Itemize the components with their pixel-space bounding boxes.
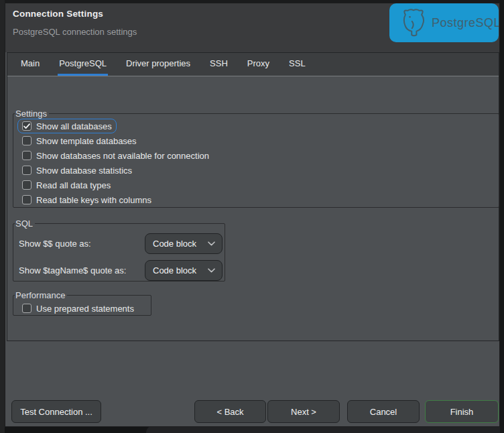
tagname-quote-select[interactable]: Code block [145,260,223,281]
checkbox-label: Show template databases [36,136,137,146]
tagname-quote-value: Code block [153,265,196,275]
tab-bar: Main PostgreSQL Driver properties SSH Pr… [7,53,499,76]
connection-settings-dialog: Connection Settings PostgreSQL connectio… [5,3,500,427]
background-edge-left [0,0,5,433]
sql-group-label: SQL [15,219,35,229]
performance-group: Performance Use prepared statements [13,290,151,316]
tab-content: Settings Show all databases Show templat… [7,77,499,341]
sql-row-dollar-quote: Show $$ quote as: Code block [19,233,225,254]
cancel-button[interactable]: Cancel [347,400,420,423]
dialog-subtitle: PostgreSQL connection settings [13,27,137,37]
checkbox-show-all-databases[interactable] [22,121,32,131]
checkbox-read-table-keys[interactable] [22,195,32,204]
dialog-title: Connection Settings [13,9,103,19]
sql-row-tagname-quote: Show $tagName$ quote as: Code block [19,259,225,281]
checkbox-show-database-statistics[interactable] [22,166,32,175]
checkbox-label: Read table keys with columns [36,195,151,205]
checkbox-use-prepared-statements[interactable] [22,304,32,313]
checkbox-row-read-table-keys[interactable]: Read table keys with columns [17,192,156,207]
checkbox-show-databases-not-available[interactable] [22,151,32,160]
checkbox-label: Show databases not available for connect… [36,151,209,161]
checkbox-read-all-data-types[interactable] [22,180,32,190]
finish-button[interactable]: Finish [425,400,499,423]
dollar-quote-label: Show $$ quote as: [19,239,145,249]
chevron-down-icon [208,241,215,246]
checkbox-row-use-prepared-statements[interactable]: Use prepared statements [17,301,139,316]
tagname-quote-label: Show $tagName$ quote as: [19,265,145,275]
back-button[interactable]: < Back [194,400,266,423]
checkbox-row-show-databases-not-available[interactable]: Show databases not available for connect… [17,148,214,163]
tab-panel: Main PostgreSQL Driver properties SSH Pr… [7,52,499,341]
checkbox-row-show-template-databases[interactable]: Show template databases [17,133,141,148]
postgresql-logo-text: PostgreSQL [432,16,499,30]
chevron-down-icon [208,268,215,273]
tab-proxy[interactable]: Proxy [246,53,271,76]
test-connection-button[interactable]: Test Connection ... [11,400,101,423]
dollar-quote-select[interactable]: Code block [145,233,223,254]
dialog-header: Connection Settings PostgreSQL connectio… [5,3,499,52]
dollar-quote-value: Code block [153,239,196,249]
postgresql-logo-badge: PostgreSQL [389,3,499,42]
tab-ssh[interactable]: SSH [208,53,229,76]
postgresql-elephant-icon [400,8,427,38]
settings-group: Settings Show all databases Show templat… [13,109,499,208]
performance-group-label: Performance [15,290,67,300]
checkbox-label: Show all databases [36,121,112,131]
tab-ssl[interactable]: SSL [288,53,307,76]
checkbox-show-template-databases[interactable] [22,136,32,145]
settings-group-label: Settings [15,109,49,119]
sql-group: SQL Show $$ quote as: Code block Show $t… [13,219,225,282]
checkbox-row-read-all-data-types[interactable]: Read all data types [17,178,115,192]
tab-main[interactable]: Main [19,53,41,76]
checkbox-label: Read all data types [36,180,111,190]
checkbox-row-show-all-databases[interactable]: Show all databases [17,119,117,133]
checkbox-label: Use prepared statements [36,304,134,314]
tab-driver-properties[interactable]: Driver properties [125,53,192,76]
tab-postgresql[interactable]: PostgreSQL [58,53,108,76]
background-edge-right [500,0,504,433]
checkbox-label: Show database statistics [36,166,132,176]
check-icon [23,123,30,129]
checkbox-row-show-database-statistics[interactable]: Show database statistics [17,163,137,178]
next-button[interactable]: Next > [267,400,340,423]
